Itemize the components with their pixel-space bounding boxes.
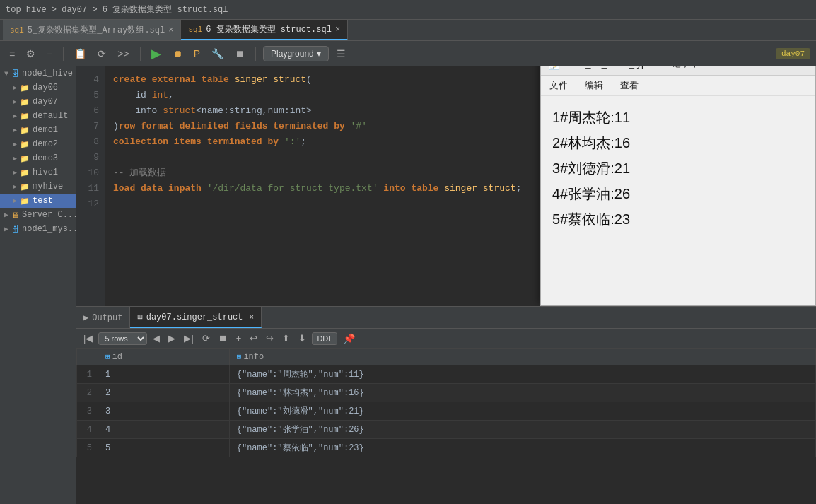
sidebar-item-demo3[interactable]: ▶ 📁 demo3 bbox=[0, 151, 76, 165]
sql-icon1: sql bbox=[10, 26, 24, 35]
cell-info-3: {"name":"刘德滑","num":21} bbox=[229, 402, 815, 421]
chevron-right-icon: ▶ bbox=[13, 168, 17, 177]
sidebar-label-node1-hive: node1_hive bbox=[22, 69, 73, 78]
sidebar-item-default[interactable]: ▶ 📁 default bbox=[0, 109, 76, 123]
list-button[interactable]: ☰ bbox=[333, 46, 349, 61]
first-row-button[interactable]: |◀ bbox=[81, 332, 95, 345]
import-button[interactable]: ⬇ bbox=[296, 332, 309, 345]
copy-button[interactable]: 📋 bbox=[71, 46, 90, 61]
day07-badge: day07 bbox=[776, 48, 810, 59]
notepad-window: 📝 data_for_struct_type.txt - 记事本 文件 编辑 查… bbox=[540, 66, 816, 306]
sql-icon2: sql bbox=[188, 25, 202, 34]
cell-id-4: 4 bbox=[98, 421, 230, 439]
line-num-11: 11 bbox=[76, 181, 99, 197]
export-button[interactable]: ⬆ bbox=[279, 332, 293, 345]
th-id[interactable]: ⊞id bbox=[98, 349, 230, 365]
line-num-12: 12 bbox=[76, 197, 99, 212]
line-num-8: 8 bbox=[76, 134, 99, 150]
bottom-tab-singer-struct[interactable]: ⊞ day07.singer_struct × bbox=[130, 307, 262, 328]
run-button[interactable]: ▶ bbox=[148, 44, 165, 64]
result-toolbar: |◀ 5 rows 10 rows 20 rows 50 rows ◀ ▶ ▶|… bbox=[76, 329, 816, 348]
tab-close-singer-struct[interactable]: × bbox=[250, 313, 255, 322]
notepad-line-4: 4#张学油:26 bbox=[552, 181, 804, 206]
bottom-tab-output[interactable]: ▶ Output bbox=[76, 307, 130, 328]
prev-page-button[interactable]: ◀ bbox=[150, 332, 163, 345]
sidebar-item-test[interactable]: ▶ 📁 test bbox=[0, 194, 76, 208]
db-icon: 🗄 bbox=[11, 225, 19, 234]
minus-button[interactable]: − bbox=[43, 46, 56, 61]
sidebar-item-server[interactable]: ▶ 🖥 Server C... bbox=[0, 208, 76, 222]
sidebar-label-day06: day06 bbox=[33, 83, 58, 93]
sidebar-item-day06[interactable]: ▶ 📁 day06 bbox=[0, 81, 76, 95]
sidebar-item-demo2[interactable]: ▶ 📁 demo2 bbox=[0, 137, 76, 151]
tab-sql2[interactable]: sql 6_复杂数据集类型_struct.sql × bbox=[181, 20, 348, 40]
record-button[interactable]: ⏺ bbox=[169, 46, 186, 61]
cell-info-1: {"name":"周杰轮","num":11} bbox=[229, 365, 815, 384]
tab-close1[interactable]: × bbox=[168, 25, 173, 35]
chevron-right-icon: ▶ bbox=[13, 98, 17, 106]
stop-results-button[interactable]: ⏹ bbox=[216, 332, 231, 345]
table-row: 3 3 {"name":"刘德滑","num":21} bbox=[77, 402, 816, 421]
undo-button[interactable]: ↩ bbox=[247, 332, 260, 345]
server-icon: 🖥 bbox=[11, 211, 19, 220]
chevron-right-icon: ▶ bbox=[13, 154, 17, 163]
cell-info-4: {"name":"张学油","num":26} bbox=[229, 421, 815, 439]
sidebar-label-server: Server C... bbox=[22, 210, 76, 220]
next-page-button[interactable]: ▶ bbox=[165, 332, 178, 345]
chevron-right-icon: ▶ bbox=[4, 225, 8, 233]
last-page-button[interactable]: ▶| bbox=[181, 332, 196, 345]
sidebar-item-day07[interactable]: ▶ 📁 day07 bbox=[0, 95, 76, 109]
cell-rownum-3: 3 bbox=[77, 402, 98, 421]
sidebar-item-node1-hive[interactable]: ▼ 🗄 node1_hive bbox=[0, 66, 76, 81]
cell-rownum-2: 2 bbox=[77, 384, 98, 402]
notepad-line-1: 1#周杰轮:11 bbox=[552, 105, 804, 130]
table-row: 2 2 {"name":"林均杰","num":16} bbox=[77, 384, 816, 402]
redo-button[interactable]: ↪ bbox=[263, 332, 276, 345]
sidebar-label-demo3: demo3 bbox=[33, 153, 58, 163]
folder-icon: 📁 bbox=[20, 154, 30, 163]
playground-button[interactable]: Playground ▾ bbox=[263, 46, 329, 61]
sidebar-item-demo1[interactable]: ▶ 📁 demo1 bbox=[0, 123, 76, 137]
toolbar-divider1 bbox=[63, 47, 64, 61]
folder-icon: 📁 bbox=[20, 112, 30, 121]
pin-toggle-button[interactable]: ≡ bbox=[6, 46, 18, 61]
more-button[interactable]: >> bbox=[114, 46, 132, 61]
tab-close2[interactable]: × bbox=[335, 25, 340, 35]
sidebar-item-node1-mys[interactable]: ▶ 🗄 node1_mys... bbox=[0, 222, 76, 236]
pin-button[interactable]: 📌 bbox=[340, 332, 358, 346]
profile-button[interactable]: P bbox=[190, 46, 204, 61]
playground-label: Playground bbox=[271, 49, 314, 59]
sidebar-label-demo1: demo1 bbox=[33, 125, 58, 135]
wrench-button[interactable]: 🔧 bbox=[208, 46, 227, 61]
tab-sql1[interactable]: sql 5_复杂数据集类型_Array数组.sql × bbox=[3, 20, 181, 40]
th-info[interactable]: ⊞info bbox=[229, 349, 815, 365]
ddl-button[interactable]: DDL bbox=[312, 332, 337, 345]
line-num-7: 7 bbox=[76, 119, 99, 134]
settings-button[interactable]: ⚙ bbox=[23, 46, 39, 61]
rows-select[interactable]: 5 rows 10 rows 20 rows 50 rows bbox=[98, 332, 147, 345]
cell-rownum-1: 1 bbox=[77, 365, 98, 384]
folder-icon: 📁 bbox=[20, 126, 30, 135]
sidebar: ▼ 🗄 node1_hive ▶ 📁 day06 ▶ 📁 day07 ▶ 📁 d… bbox=[0, 66, 76, 504]
notepad-menu-file[interactable]: 文件 bbox=[547, 78, 571, 93]
refresh-button[interactable]: ⟳ bbox=[94, 46, 110, 61]
notepad-titlebar: 📝 data_for_struct_type.txt - 记事本 bbox=[541, 66, 815, 76]
add-button[interactable]: + bbox=[233, 332, 245, 345]
chevron-right-icon: ▶ bbox=[13, 83, 17, 92]
tab-label1: 5_复杂数据集类型_Array数组.sql bbox=[28, 24, 165, 36]
sidebar-item-myhive[interactable]: ▶ 📁 myhive bbox=[0, 180, 76, 194]
notepad-menu-edit[interactable]: 编辑 bbox=[582, 78, 606, 93]
cell-id-5: 5 bbox=[98, 439, 230, 457]
sidebar-item-hive1[interactable]: ▶ 📁 hive1 bbox=[0, 165, 76, 180]
chevron-right-icon: ▶ bbox=[13, 197, 17, 205]
data-table: ⊞id ⊞info 1 1 {"name":"周杰轮","num":11} 2 … bbox=[76, 348, 816, 504]
tab-label2: 6_复杂数据集类型_struct.sql bbox=[206, 23, 332, 35]
db-icon: 🗄 bbox=[11, 69, 19, 78]
notepad-menu-view[interactable]: 查看 bbox=[617, 78, 641, 93]
sidebar-label-test: test bbox=[33, 196, 53, 206]
stop-button[interactable]: ⏹ bbox=[231, 46, 248, 61]
folder-icon: 📁 bbox=[20, 140, 30, 149]
toolbar-right: day07 bbox=[776, 48, 810, 59]
refresh-results-button[interactable]: ⟳ bbox=[199, 332, 213, 345]
sidebar-label-demo2: demo2 bbox=[33, 139, 58, 149]
